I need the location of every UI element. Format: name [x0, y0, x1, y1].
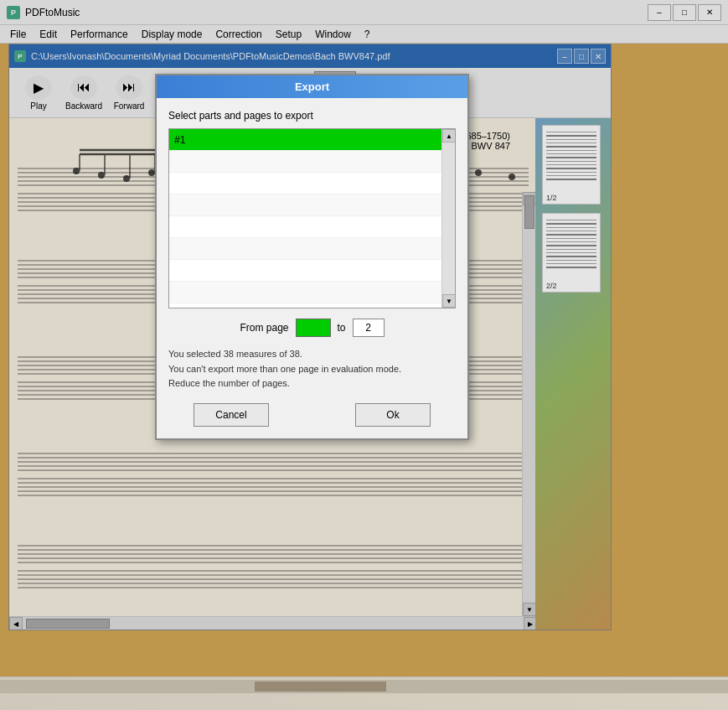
list-item-7[interactable] [169, 260, 455, 282]
list-item-2[interactable] [169, 151, 455, 173]
list-item-5[interactable] [169, 216, 455, 238]
list-item-3[interactable] [169, 173, 455, 194]
list-item-6[interactable] [169, 238, 455, 260]
ok-button[interactable]: Ok [355, 403, 431, 427]
dialog-subtitle: Select parts and pages to export [168, 110, 456, 122]
from-page-label: From page [240, 322, 288, 334]
list-item-8[interactable] [169, 282, 455, 303]
dialog-buttons: Cancel Ok [168, 403, 456, 427]
cancel-button[interactable]: Cancel [194, 403, 269, 427]
parts-list[interactable]: #1 ▲ ▼ [168, 128, 456, 308]
export-dialog: Export Select parts and pages to export … [155, 74, 469, 440]
from-page-indicator [296, 319, 331, 337]
dialog-title: Export [157, 75, 467, 98]
dialog-body: Select parts and pages to export #1 ▲ ▼ [157, 98, 467, 438]
list-scroll-up[interactable]: ▲ [442, 129, 456, 143]
info-line-3: Reduce the number of pages. [168, 376, 456, 391]
list-scroll-down[interactable]: ▼ [442, 294, 456, 308]
to-label: to [338, 322, 346, 334]
info-line-2: You can't export more than one page in e… [168, 362, 456, 377]
to-page-input[interactable] [353, 319, 385, 337]
info-text: You selected 38 measures of 38. You can'… [168, 347, 456, 391]
info-line-1: You selected 38 measures of 38. [168, 347, 456, 362]
list-item-4[interactable] [169, 194, 455, 216]
dialog-overlay: Export Select parts and pages to export … [0, 0, 728, 710]
page-range-row: From page to [168, 319, 456, 337]
list-scrollbar[interactable]: ▲ ▼ [441, 129, 455, 308]
list-item-1[interactable]: #1 [169, 129, 455, 151]
